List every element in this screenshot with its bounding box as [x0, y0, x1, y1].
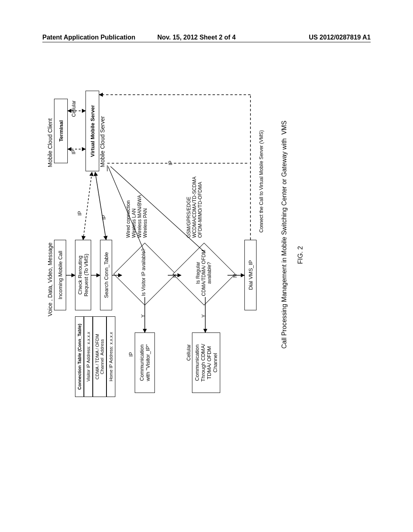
- svg-line-8: [95, 172, 106, 240]
- header-left: Patent Application Publication: [42, 34, 136, 41]
- header-rule: [42, 42, 371, 42]
- svg-line-12: [111, 166, 205, 253]
- svg-line-11: [108, 166, 145, 253]
- svg-line-7: [83, 172, 92, 240]
- arrows-layer: [47, 87, 321, 397]
- figure-diagram: Voice , Data, Video, Message Mobile Clou…: [47, 87, 321, 397]
- header-center: Nov. 15, 2012 Sheet 2 of 4: [157, 34, 236, 41]
- diagram-canvas: Voice , Data, Video, Message Mobile Clou…: [47, 87, 321, 397]
- header-right: US 2012/0287819 A1: [309, 34, 371, 41]
